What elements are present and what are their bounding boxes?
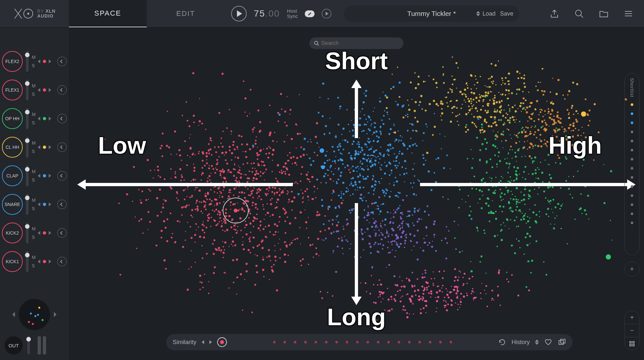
play-button[interactable] xyxy=(231,6,247,21)
solo-button[interactable]: S xyxy=(32,235,36,240)
channel-trigger-clap[interactable]: CLAP xyxy=(2,165,23,186)
shortlist-dot[interactable] xyxy=(631,176,633,179)
mute-button[interactable]: M xyxy=(32,83,36,88)
channel-volume-ophh[interactable] xyxy=(26,108,29,129)
history-step-arrows[interactable] xyxy=(535,340,539,345)
tab-edit[interactable]: EDIT xyxy=(147,0,225,27)
shortlist-panel[interactable]: Shortlist xyxy=(625,73,639,255)
channel-volume-kick2[interactable] xyxy=(26,223,29,243)
channel-trigger-snare[interactable]: SNARE xyxy=(2,194,23,215)
tab-space[interactable]: SPACE xyxy=(69,0,147,27)
similarity-next-button[interactable] xyxy=(209,340,212,344)
shortlist-dot[interactable] xyxy=(631,203,633,206)
next-sample-button[interactable] xyxy=(49,88,51,92)
mute-button[interactable]: M xyxy=(32,226,36,231)
shortlist-dot[interactable] xyxy=(631,112,633,115)
zoom-in-button[interactable]: + xyxy=(625,311,639,324)
shortlist-dot[interactable] xyxy=(631,158,633,161)
shortlist-dot[interactable] xyxy=(631,103,633,106)
mute-button[interactable]: M xyxy=(32,255,36,260)
channel-volume-flex1[interactable] xyxy=(26,80,29,100)
similarity-dots[interactable] xyxy=(232,341,493,343)
similarity-dot[interactable] xyxy=(294,341,296,343)
output-volume-slider[interactable] xyxy=(27,336,30,354)
sample-space-canvas[interactable] xyxy=(69,28,644,360)
channel-trigger-ophh[interactable]: OP HH xyxy=(2,108,23,129)
space-view[interactable]: Short Long Low High Shortlist + + − Simi… xyxy=(69,28,644,360)
next-sample-button[interactable] xyxy=(49,231,51,235)
similarity-dot[interactable] xyxy=(387,341,390,343)
similarity-dot[interactable] xyxy=(346,341,348,343)
solo-button[interactable]: S xyxy=(32,263,36,268)
radar-canvas[interactable] xyxy=(19,299,50,330)
shortlist-dot[interactable] xyxy=(631,131,633,133)
next-sample-button[interactable] xyxy=(49,174,51,178)
mute-button[interactable]: M xyxy=(32,140,36,146)
similarity-dot[interactable] xyxy=(429,341,431,343)
tag-button[interactable] xyxy=(558,338,566,346)
collapse-button[interactable] xyxy=(57,257,67,266)
midi-learn-badge[interactable] xyxy=(305,10,315,17)
similarity-dot[interactable] xyxy=(439,341,442,343)
search-input[interactable] xyxy=(321,40,399,46)
next-sample-button[interactable] xyxy=(49,202,51,206)
prev-sample-button[interactable] xyxy=(38,260,40,264)
channel-trigger-clhh[interactable]: CL HH xyxy=(2,137,23,158)
channel-trigger-flex2[interactable]: FLEX2 xyxy=(2,51,23,72)
collapse-button[interactable] xyxy=(57,114,67,123)
shortlist-dot[interactable] xyxy=(631,222,633,224)
channel-trigger-kick2[interactable]: KICK2 xyxy=(2,223,23,243)
shortlist-dot[interactable] xyxy=(631,122,633,124)
next-sample-button[interactable] xyxy=(49,260,51,264)
solo-button[interactable]: S xyxy=(32,63,36,68)
channel-volume-snare[interactable] xyxy=(26,194,29,215)
save-button[interactable]: Save xyxy=(500,10,513,17)
similarity-dot[interactable] xyxy=(356,341,359,343)
similarity-dot[interactable] xyxy=(377,341,379,343)
channel-volume-flex2[interactable] xyxy=(26,51,29,72)
channel-volume-clhh[interactable] xyxy=(26,137,29,158)
solo-button[interactable]: S xyxy=(32,92,36,97)
shortlist-dot[interactable] xyxy=(631,149,633,151)
shortlist-dot[interactable] xyxy=(631,194,633,197)
shortlist-dot[interactable] xyxy=(631,167,633,170)
prev-sample-button[interactable] xyxy=(38,59,40,63)
solo-button[interactable]: S xyxy=(32,206,36,211)
favorite-button[interactable] xyxy=(544,338,552,346)
prev-sample-button[interactable] xyxy=(38,231,40,235)
similarity-prev-button[interactable] xyxy=(202,340,204,344)
similarity-dot[interactable] xyxy=(366,341,369,343)
mute-button[interactable]: M xyxy=(32,55,36,60)
mute-button[interactable]: M xyxy=(32,169,36,174)
similarity-dot[interactable] xyxy=(335,341,338,343)
prev-sample-button[interactable] xyxy=(38,88,40,92)
prev-sample-button[interactable] xyxy=(38,145,40,149)
next-sample-button[interactable] xyxy=(49,59,51,63)
preset-selector[interactable]: Tummy Tickler * Load Save xyxy=(344,6,519,22)
similarity-dot[interactable] xyxy=(450,341,452,343)
solo-button[interactable]: S xyxy=(32,149,36,154)
search-button[interactable] xyxy=(573,8,585,19)
export-button[interactable] xyxy=(549,8,560,19)
shortlist-dot[interactable] xyxy=(631,185,633,188)
shortlist-dot[interactable] xyxy=(631,140,633,142)
next-sample-button[interactable] xyxy=(49,117,51,121)
similarity-dot[interactable] xyxy=(398,341,400,343)
similarity-dot[interactable] xyxy=(408,341,411,343)
similarity-dot[interactable] xyxy=(283,341,286,343)
similarity-dot[interactable] xyxy=(315,341,317,343)
shortlist-dot[interactable] xyxy=(631,212,633,215)
menu-button[interactable] xyxy=(623,8,634,19)
solo-button[interactable]: S xyxy=(32,120,36,125)
browse-button[interactable] xyxy=(598,8,610,19)
prev-sample-button[interactable] xyxy=(38,174,40,178)
channel-trigger-kick1[interactable]: KICK1 xyxy=(2,251,23,272)
solo-button[interactable]: S xyxy=(32,177,36,183)
mute-button[interactable]: M xyxy=(32,112,36,117)
shortlist-add-button[interactable]: + xyxy=(625,262,639,276)
similarity-dot[interactable] xyxy=(418,341,421,343)
radar-prev-button[interactable] xyxy=(12,312,15,317)
loop-play-button[interactable] xyxy=(322,9,331,19)
collapse-button[interactable] xyxy=(57,171,67,181)
zoom-out-button[interactable]: − xyxy=(625,324,639,337)
